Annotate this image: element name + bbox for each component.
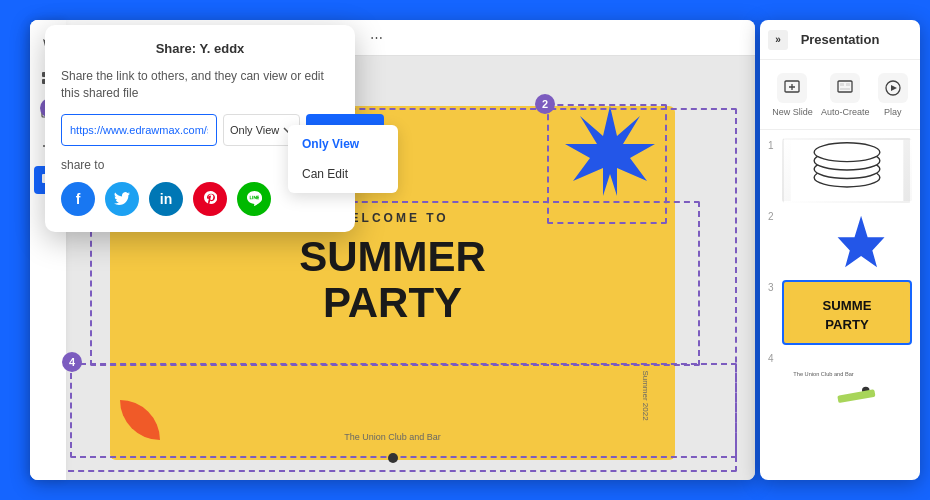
new-slide-button[interactable]: New Slide bbox=[772, 73, 813, 117]
modal-title: Share: Y. eddx bbox=[61, 41, 339, 56]
date-text: Summer 2022 bbox=[640, 370, 649, 420]
summer-line1: SUMMER bbox=[299, 233, 486, 280]
auto-create-label: Auto-Create bbox=[821, 107, 870, 117]
slide-item-2[interactable]: 2 bbox=[768, 209, 912, 274]
modal-description: Share the link to others, and they can v… bbox=[61, 68, 339, 102]
dropdown-only-view[interactable]: Only View bbox=[288, 129, 398, 159]
line-share-button[interactable] bbox=[237, 182, 271, 216]
svg-marker-9 bbox=[565, 106, 655, 196]
summer-line2: PARTY bbox=[323, 279, 462, 326]
linkedin-share-button[interactable]: in bbox=[149, 182, 183, 216]
svg-rect-16 bbox=[838, 81, 852, 92]
pinterest-share-button[interactable] bbox=[193, 182, 227, 216]
selection-badge-2: 2 bbox=[535, 94, 555, 114]
slide2-preview bbox=[784, 211, 910, 272]
slide-thumb-4[interactable]: The Union Club and Bar bbox=[782, 351, 912, 416]
slide-thumb-3[interactable]: SUMME PARTY bbox=[782, 280, 912, 345]
permission-dropdown: Only View Can Edit bbox=[288, 125, 398, 193]
auto-create-icon bbox=[830, 73, 860, 103]
new-slide-label: New Slide bbox=[772, 107, 813, 117]
play-label: Play bbox=[884, 107, 902, 117]
svg-rect-17 bbox=[840, 83, 844, 86]
venue-text: The Union Club and Bar bbox=[30, 432, 755, 442]
new-slide-icon bbox=[777, 73, 807, 103]
right-panel: » Presentation New Slide Auto-Create Pla… bbox=[760, 20, 920, 480]
panel-collapse-btn[interactable]: » bbox=[768, 30, 788, 50]
facebook-share-button[interactable]: f bbox=[61, 182, 95, 216]
panel-header: » Presentation bbox=[760, 20, 920, 60]
slide-num-4: 4 bbox=[768, 351, 778, 364]
svg-point-25 bbox=[814, 143, 880, 162]
play-icon bbox=[878, 73, 908, 103]
starburst-shape bbox=[565, 106, 655, 196]
slide-thumb-2[interactable] bbox=[782, 209, 912, 274]
panel-toolbar: New Slide Auto-Create Play bbox=[760, 60, 920, 130]
play-button[interactable]: Play bbox=[878, 73, 908, 117]
auto-create-button[interactable]: Auto-Create bbox=[821, 73, 870, 117]
slide-num-1: 1 bbox=[768, 138, 778, 151]
slides-panel: 1 2 3 bbox=[760, 130, 920, 480]
slide1-preview bbox=[784, 140, 910, 201]
svg-rect-18 bbox=[846, 83, 850, 86]
toolbar-more-icon[interactable]: ⋯ bbox=[364, 26, 388, 50]
twitter-share-button[interactable] bbox=[105, 182, 139, 216]
svg-text:SUMME: SUMME bbox=[823, 298, 872, 313]
slide4-preview: The Union Club and Bar bbox=[784, 353, 910, 414]
svg-rect-31 bbox=[791, 353, 904, 414]
panel-title: Presentation bbox=[801, 32, 880, 47]
slide-num-3: 3 bbox=[768, 280, 778, 293]
slide-item-4[interactable]: 4 The Union Club and Bar bbox=[768, 351, 912, 416]
svg-text:PARTY: PARTY bbox=[825, 317, 869, 332]
svg-text:The Union Club and Bar: The Union Club and Bar bbox=[793, 371, 853, 377]
share-modal: Share: Y. eddx Share the link to others,… bbox=[45, 25, 355, 232]
summer-party-text: SUMMER PARTY bbox=[299, 234, 486, 326]
link-input[interactable] bbox=[61, 114, 217, 146]
selection-badge-4: 4 bbox=[62, 352, 82, 372]
handle-dot[interactable] bbox=[388, 453, 398, 463]
svg-rect-19 bbox=[840, 88, 850, 90]
slide-item-1[interactable]: 1 bbox=[768, 138, 912, 203]
dropdown-can-edit[interactable]: Can Edit bbox=[288, 159, 398, 189]
slide-item-3[interactable]: 3 SUMME PARTY bbox=[768, 280, 912, 345]
permission-label: Only View bbox=[230, 124, 279, 136]
slide-thumb-1[interactable] bbox=[782, 138, 912, 203]
slide-num-2: 2 bbox=[768, 209, 778, 222]
slide3-preview: SUMME PARTY bbox=[784, 282, 910, 343]
